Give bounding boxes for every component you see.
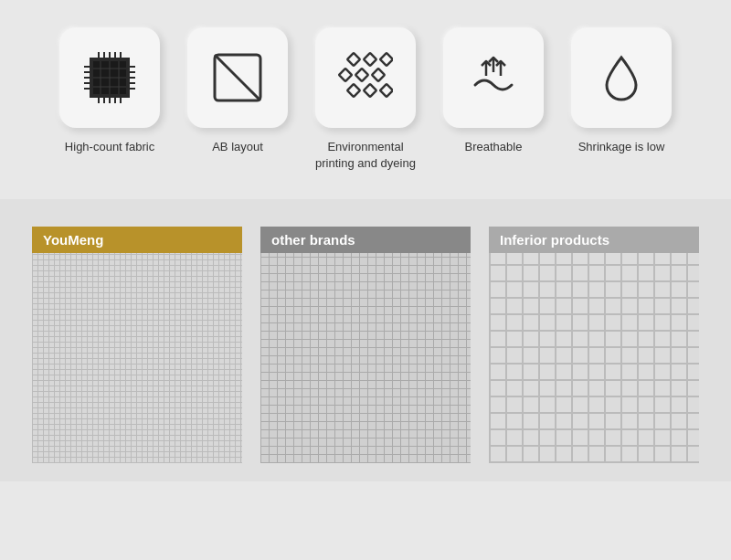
svg-rect-32 <box>339 69 352 81</box>
feature-label-ab: AB layout <box>212 139 263 155</box>
feature-high-count: High-count fabric <box>59 27 160 172</box>
fabric-preview-youmeng <box>32 253 242 463</box>
icon-box-ab <box>187 27 288 128</box>
feature-label-shrinkage: Shrinkage is low <box>578 139 665 155</box>
features-section: High-count fabric AB layout <box>0 0 731 190</box>
feature-shrinkage: Shrinkage is low <box>571 27 672 172</box>
feature-label-printing: Environmental printing and dyeing <box>315 139 416 172</box>
icon-box-printing <box>315 27 416 128</box>
feature-printing: Environmental printing and dyeing <box>315 27 416 172</box>
brand-label-youmeng: YouMeng <box>32 227 242 253</box>
svg-rect-38 <box>380 84 393 97</box>
svg-rect-33 <box>355 69 368 81</box>
high-count-icon <box>82 50 137 105</box>
fabric-preview-other <box>260 253 471 463</box>
feature-breathable: Breathable <box>443 27 544 172</box>
feature-label-high-count: High-count fabric <box>65 139 154 155</box>
svg-rect-34 <box>372 69 385 81</box>
icon-box-breathable <box>443 27 544 128</box>
shrinkage-icon <box>594 50 649 105</box>
fabric-preview-inferior <box>489 253 699 463</box>
icon-box-high-count <box>59 27 160 128</box>
svg-rect-37 <box>380 53 393 66</box>
feature-label-breathable: Breathable <box>465 139 523 155</box>
brand-card-youmeng: YouMeng <box>32 227 242 463</box>
breathable-icon <box>466 50 521 105</box>
ab-icon <box>210 50 265 105</box>
svg-rect-36 <box>364 84 376 97</box>
icon-box-shrinkage <box>571 27 672 128</box>
svg-line-29 <box>215 55 260 100</box>
feature-ab-layout: AB layout <box>187 27 288 172</box>
svg-rect-30 <box>347 53 360 66</box>
brands-section: YouMeng other brands Inferior products <box>0 199 731 481</box>
brand-card-inferior: Inferior products <box>489 227 699 463</box>
svg-rect-35 <box>347 84 360 97</box>
brand-card-other: other brands <box>260 227 471 463</box>
printing-icon <box>338 50 393 105</box>
brand-label-other: other brands <box>260 227 471 253</box>
svg-rect-31 <box>364 53 376 66</box>
brand-label-inferior: Inferior products <box>489 227 699 253</box>
